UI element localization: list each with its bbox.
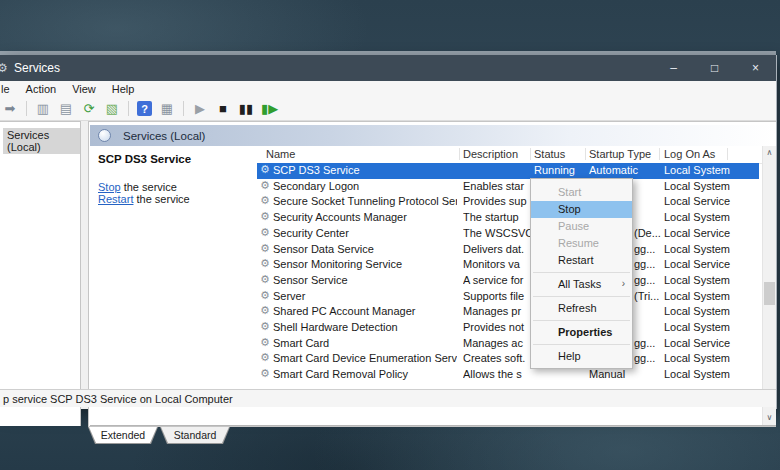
menu-separator <box>533 320 630 321</box>
service-status: Running <box>534 164 588 176</box>
service-description: A service for <box>463 274 535 286</box>
titlebar: ⚙ Services –□× <box>0 55 776 81</box>
service-gear-icon: ⚙ <box>260 210 270 223</box>
context-menu-item-all-tasks[interactable]: All Tasks› <box>531 275 632 293</box>
service-log-on-as: Local System <box>664 305 756 317</box>
table-row[interactable]: ⚙Smart CardManages acgg...Local Service <box>257 336 759 352</box>
table-row[interactable]: ⚙Sensor Monitoring ServiceMonitors vagg.… <box>257 257 759 273</box>
properties-window-icon[interactable]: ▤ <box>58 102 74 115</box>
service-description: Creates soft. <box>463 352 535 364</box>
view-tabs: ExtendedStandard <box>88 427 232 444</box>
column-header-log-on-as[interactable]: Log On As <box>664 148 715 160</box>
table-row[interactable]: ⚙Security Accounts ManagerThe startupLoc… <box>257 210 759 226</box>
service-log-on-as: Local Service <box>664 195 756 207</box>
maximize-button[interactable]: □ <box>694 55 735 81</box>
vertical-scrollbar[interactable]: ∧ ∨ <box>762 146 776 425</box>
service-name: Secondary Logon <box>273 180 457 192</box>
context-menu-item-properties[interactable]: Properties <box>531 323 632 341</box>
service-info-panel: SCP DS3 Service Stop the service Restart… <box>90 146 257 425</box>
service-name: Shell Hardware Detection <box>273 321 457 333</box>
tab-standard[interactable]: Standard <box>160 427 230 444</box>
table-row[interactable]: ⚙Shell Hardware DetectionProvides notLoc… <box>257 320 759 336</box>
service-log-on-as: Local System <box>664 368 756 380</box>
scroll-down-icon[interactable]: ∨ <box>763 411 776 425</box>
column-header-name[interactable]: Name <box>266 148 295 160</box>
service-name: Secure Socket Tunneling Protocol Service <box>273 195 457 207</box>
table-row[interactable]: ⚙Smart Card Removal PolicyAllows the sMa… <box>257 367 759 383</box>
table-row[interactable]: ⚙Secure Socket Tunneling Protocol Servic… <box>257 194 759 210</box>
status-bar: p service SCP DS3 Service on Local Compu… <box>0 389 776 407</box>
tab-label: Standard <box>161 427 229 443</box>
stop-service-link[interactable]: Stop <box>98 181 121 193</box>
context-menu-item-pause: Pause <box>531 218 632 235</box>
context-menu-item-resume: Resume <box>531 235 632 252</box>
context-menu-item-restart[interactable]: Restart <box>531 252 632 269</box>
service-name: Smart Card Removal Policy <box>273 368 457 380</box>
service-gear-icon: ⚙ <box>260 194 270 207</box>
table-row[interactable]: ⚙Smart Card Device Enumeration ServiceCr… <box>257 351 759 367</box>
service-description: Supports file <box>463 290 535 302</box>
menubar-item-help[interactable]: Help <box>104 83 143 95</box>
submenu-arrow-icon: › <box>622 275 625 293</box>
scrollbar-thumb[interactable] <box>764 282 775 305</box>
menubar-item-view[interactable]: View <box>64 83 104 95</box>
restart-service-suffix: the service <box>133 193 189 205</box>
table-row[interactable]: ⚙SCP DS3 ServiceRunningAutomaticLocal Sy… <box>257 163 759 179</box>
service-gear-icon: ⚙ <box>260 336 270 349</box>
help-icon[interactable]: ? <box>137 101 152 116</box>
context-menu-item-start: Start <box>531 184 632 201</box>
close-button[interactable]: × <box>735 55 776 81</box>
service-log-on-as: Local System <box>664 274 756 286</box>
service-log-on-as: Local Service <box>664 227 756 239</box>
column-header-startup-type[interactable]: Startup Type <box>589 148 651 160</box>
show-console-tree-icon[interactable]: ▥ <box>35 102 51 115</box>
table-row[interactable]: ⚙Secondary LogonEnables starLocal System <box>257 179 759 195</box>
services-list-panel: NameDescriptionStatusStartup TypeLog On … <box>257 146 776 425</box>
service-log-on-as: Local System <box>664 352 756 364</box>
column-header-status[interactable]: Status <box>534 148 565 160</box>
service-name: Smart Card Device Enumeration Service <box>273 352 457 364</box>
service-description: Enables star <box>463 180 535 192</box>
table-row[interactable]: ⚙Shared PC Account ManagerManages prLoca… <box>257 304 759 320</box>
column-separator <box>727 148 728 160</box>
selected-service-name: SCP DS3 Service <box>98 153 191 165</box>
table-row[interactable]: ⚙ServerSupports file(Tri...Local System <box>257 289 759 305</box>
forward-arrow-icon[interactable]: ➡ <box>2 102 18 115</box>
console-tree-panel: Services (Local) <box>0 121 81 426</box>
window-title: Services <box>14 61 60 75</box>
service-startup-type: Manual <box>589 368 659 380</box>
menubar-item-action[interactable]: Action <box>18 83 65 95</box>
start-service-icon[interactable]: ▶ <box>192 102 208 115</box>
refresh-icon[interactable]: ⟳ <box>81 102 97 115</box>
minimize-button[interactable]: – <box>653 55 694 81</box>
stop-service-icon[interactable]: ■ <box>215 102 231 115</box>
tree-item-services-local[interactable]: Services (Local) <box>3 128 80 154</box>
toolbar-separator <box>26 101 27 116</box>
stop-service-line: Stop the service <box>98 181 177 193</box>
scroll-up-icon[interactable]: ∧ <box>763 146 776 160</box>
service-description: Delivers dat. <box>463 243 535 255</box>
column-header-description[interactable]: Description <box>463 148 518 160</box>
service-gear-icon: ⚙ <box>260 304 270 317</box>
pause-service-icon[interactable]: ▮▮ <box>238 102 254 115</box>
table-row[interactable]: ⚙Sensor Data ServiceDelivers dat.gg...Lo… <box>257 242 759 258</box>
table-row[interactable]: ⚙Sensor ServiceA service forgg...Local S… <box>257 273 759 289</box>
service-name: Sensor Service <box>273 274 457 286</box>
service-description: Allows the s <box>463 368 535 380</box>
context-menu-item-stop[interactable]: Stop <box>531 201 632 218</box>
export-list-icon[interactable]: ▧ <box>104 102 120 115</box>
table-row[interactable]: ⚙Security CenterThe WSCSVC(De...Local Se… <box>257 226 759 242</box>
service-log-on-as: Local System <box>664 321 756 333</box>
restart-service-link[interactable]: Restart <box>98 193 133 205</box>
service-name: Security Accounts Manager <box>273 211 457 223</box>
service-description: Manages ac <box>463 337 535 349</box>
show-window-icon[interactable]: ▦ <box>159 102 175 115</box>
service-log-on-as: Local System <box>664 290 756 302</box>
menu-separator <box>533 344 630 345</box>
toolbar-separator <box>128 101 129 116</box>
tab-extended[interactable]: Extended <box>88 427 158 444</box>
restart-service-icon[interactable]: ▮▶ <box>261 102 277 115</box>
context-menu-item-refresh[interactable]: Refresh <box>531 299 632 317</box>
menubar-item-le[interactable]: le <box>0 83 18 95</box>
context-menu-item-help[interactable]: Help <box>531 347 632 365</box>
